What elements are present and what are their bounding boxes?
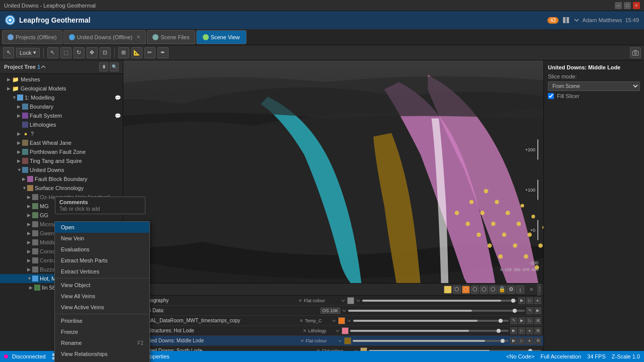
viewport[interactable]: +200 +100 +0 -100 0 125 250 375 50 xyxy=(123,60,543,351)
slicer-btn5[interactable]: ⬡ xyxy=(480,286,488,294)
play-btn[interactable]: ▶ xyxy=(518,297,525,304)
topo-color-swatch[interactable] xyxy=(347,297,354,304)
topo-close[interactable]: ✕ xyxy=(298,298,302,303)
gis-edit-btn[interactable]: ✎ xyxy=(526,307,533,314)
tab-sceneview[interactable]: Scene View xyxy=(196,30,247,44)
uds-opacity-slider[interactable] xyxy=(369,350,541,351)
slicer-btn9[interactable]: ↕ xyxy=(516,286,524,294)
sidebar-title: Project Tree xyxy=(4,64,36,70)
str-close[interactable]: ✕ xyxy=(303,328,307,333)
sidebar-item-fault-block[interactable]: ▶ Fault Block Boundary xyxy=(0,174,123,184)
sidebar-item-geo-models[interactable]: ▶ 📁 Geological Models xyxy=(0,84,123,93)
ctx-view-active-veins[interactable]: View Active Veins xyxy=(55,302,149,313)
draw-tool[interactable]: ✏ xyxy=(144,47,155,58)
slice-mode-select[interactable]: From Scene xyxy=(548,81,640,91)
ctx-view-relationships[interactable]: View Relationships xyxy=(55,348,149,359)
slicer-btn1[interactable]: ⬡ xyxy=(444,286,452,294)
sidebar-item-meshes[interactable]: ▶ 📁 Meshes xyxy=(0,75,123,84)
section-tool[interactable]: ⊞ xyxy=(118,47,129,58)
slicer-btn3[interactable]: ⬡ xyxy=(462,286,470,294)
str-grid-btn[interactable]: ⊞ xyxy=(534,327,541,334)
ctx-evaluations[interactable]: Evaluations xyxy=(55,244,149,255)
fd-play-btn[interactable]: ▶ xyxy=(518,317,525,324)
pan-tool[interactable]: ✥ xyxy=(87,47,98,58)
pause-tree-btn[interactable]: ⏸ xyxy=(99,62,108,71)
look-dropdown[interactable]: Look ▾ xyxy=(16,48,40,57)
fd-play2-btn[interactable]: ▷ xyxy=(526,317,533,324)
str-opacity-slider[interactable] xyxy=(350,330,509,332)
udm-play2-btn[interactable]: ▷ xyxy=(518,337,525,344)
pointer-tool[interactable]: ↖ xyxy=(47,47,58,58)
minimize-btn[interactable]: ─ xyxy=(615,2,622,9)
udm-settings-btn[interactable]: ⚙ xyxy=(534,337,541,344)
ctx-view-object[interactable]: View Object xyxy=(55,280,149,291)
ctx-rename[interactable]: Rename F2 xyxy=(55,337,149,348)
sidebar-item-east-wheal[interactable]: ▶ East Wheal Jane xyxy=(0,138,123,147)
pause-icon[interactable] xyxy=(561,16,571,25)
fd-edit-btn[interactable]: ✎ xyxy=(510,317,517,324)
slicer-btn8[interactable]: ⚙ xyxy=(507,286,515,294)
uds-color-swatch[interactable] xyxy=(360,347,367,351)
play2-btn[interactable]: ▷ xyxy=(526,297,533,304)
slicer-btn2[interactable]: ⬡ xyxy=(453,286,461,294)
ud-icon xyxy=(22,167,28,173)
ctx-prioritise[interactable]: Prioritise xyxy=(55,315,149,326)
udm-opacity-slider[interactable] xyxy=(353,340,509,342)
ctx-view-all-veins[interactable]: View All Veins xyxy=(55,291,149,302)
rotate-tool[interactable]: ↻ xyxy=(73,47,85,58)
udm-close[interactable]: ✕ xyxy=(300,338,304,343)
fd-grid-btn[interactable]: ⊞ xyxy=(534,317,541,324)
slicer-btn6[interactable]: ⬡ xyxy=(489,286,497,294)
sidebar-item-ting-tang[interactable]: ▶ Ting Tang and Squire xyxy=(0,156,123,165)
zoom-fit-tool[interactable]: ⊡ xyxy=(100,47,111,58)
ctx-open[interactable]: Open xyxy=(55,222,149,233)
gis-play-btn[interactable]: ▶ xyxy=(534,307,541,314)
ctx-new-vein[interactable]: New Vein xyxy=(55,233,149,244)
ctx-extract-vertices[interactable]: Extract Vertices xyxy=(55,266,149,277)
gis-opacity-slider[interactable] xyxy=(348,310,525,312)
udm-play3-btn[interactable]: ▸ xyxy=(526,337,533,344)
east-wheal-label: East Wheal Jane xyxy=(30,140,71,146)
sidebar-item-question[interactable]: ▶ ● ? xyxy=(0,129,123,138)
sidebar-item-porthtowan[interactable]: ▶ Porthtowan Fault Zone xyxy=(0,147,123,156)
sidebar-item-modelling[interactable]: ▼ 1: Modelling 💬 xyxy=(0,93,123,102)
select-box-tool[interactable]: ⬚ xyxy=(60,47,71,58)
search-tree-btn[interactable]: 🔍 xyxy=(110,62,119,71)
notification-badge[interactable]: 43 xyxy=(547,17,558,24)
maximize-btn[interactable]: □ xyxy=(624,2,631,9)
str-play2-btn[interactable]: ▷ xyxy=(518,327,525,334)
sidebar-item-united-downs[interactable]: ▼ United Downs xyxy=(0,165,123,174)
str-color-swatch[interactable] xyxy=(342,327,349,334)
select-tool-btn[interactable]: ↖ xyxy=(3,47,14,58)
topo-opacity-slider[interactable] xyxy=(362,300,517,302)
close-btn[interactable]: ✕ xyxy=(633,2,640,9)
sidebar-item-lithologies[interactable]: Lithologies xyxy=(0,120,123,129)
sidebar-item-boundary[interactable]: ▶ Boundary xyxy=(0,102,123,111)
tab-scenefiles[interactable]: Scene Files xyxy=(147,30,195,44)
udm-play-btn[interactable]: ▶ xyxy=(510,337,517,344)
slicer-collapse-btn[interactable]: ⋮ xyxy=(537,284,541,296)
measure-tool[interactable]: 📐 xyxy=(131,47,142,58)
fd-close[interactable]: ✕ xyxy=(299,318,303,323)
sidebar-item-fault-system[interactable]: ▶ Fault System 💬 xyxy=(0,111,123,120)
tab-uniteddowns[interactable]: United Downs (Offline) ✕ xyxy=(63,30,146,44)
str-play-btn[interactable]: ▶ xyxy=(510,327,517,334)
sidebar-item-surface-chron[interactable]: ▼ Surface Chronology xyxy=(0,184,123,193)
fd-opacity-slider[interactable] xyxy=(353,320,509,322)
slicer-btn7[interactable]: 🔒 xyxy=(498,286,506,294)
uds-close[interactable]: ✕ xyxy=(316,348,320,351)
str-play3-btn[interactable]: ▸ xyxy=(526,327,533,334)
pencil-tool[interactable]: ✒ xyxy=(157,47,169,58)
tab-uniteddowns-close[interactable]: ✕ xyxy=(136,34,140,40)
play3-btn[interactable]: ▸ xyxy=(534,297,541,304)
ctx-extract-mesh[interactable]: Extract Mesh Parts xyxy=(55,255,149,266)
slicer-close-btn[interactable]: ✕ xyxy=(529,287,533,292)
ctx-delete[interactable]: Delete Del xyxy=(55,359,149,362)
tab-projects[interactable]: Projects (Offline) xyxy=(2,30,62,44)
slicer-btn4[interactable]: ⬡ xyxy=(471,286,479,294)
fd-color-swatch[interactable] xyxy=(338,317,345,324)
fill-slicer-checkbox[interactable] xyxy=(548,93,554,99)
camera-btn[interactable] xyxy=(630,47,641,58)
ctx-freeze[interactable]: Freeze xyxy=(55,326,149,337)
udm-color-swatch[interactable] xyxy=(344,337,351,344)
